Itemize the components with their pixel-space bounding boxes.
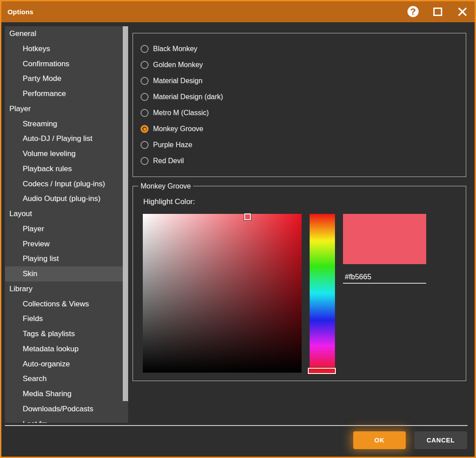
svg-text:?: ? — [410, 6, 416, 16]
